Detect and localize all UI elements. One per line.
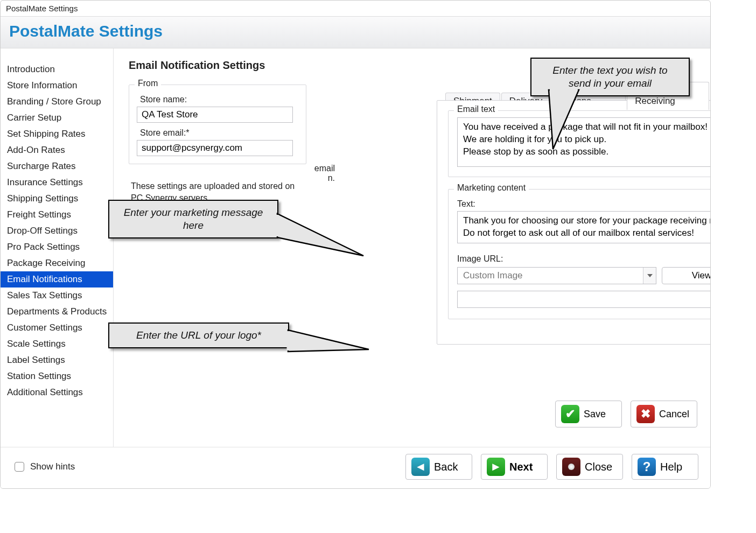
help-icon: ? <box>638 458 656 476</box>
show-hints-checkbox[interactable] <box>15 462 24 472</box>
back-label: Back <box>434 461 458 473</box>
chevron-down-icon[interactable] <box>643 268 656 284</box>
sidebar-item-carrier-setup[interactable]: Carrier Setup <box>1 110 113 126</box>
sidebar-item-insurance-settings[interactable]: Insurance Settings <box>1 174 113 191</box>
arrow-right-icon: ► <box>487 458 505 476</box>
close-label: Close <box>585 461 612 473</box>
store-name-label: Store name: <box>140 95 298 104</box>
sidebar-item-station-settings[interactable]: Station Settings <box>1 368 113 384</box>
sidebar-item-additional-settings[interactable]: Additional Settings <box>1 384 113 401</box>
close-button[interactable]: Close <box>556 454 623 480</box>
callout-email-text: Enter the text you wish to send in your … <box>530 58 690 96</box>
view-image-label: View Image <box>692 270 711 281</box>
callout-logo-url: Enter the URL of your logo* <box>108 322 289 348</box>
save-label: Save <box>584 409 606 420</box>
show-hints-toggle[interactable]: Show hints <box>12 460 75 473</box>
image-url-row: View Image <box>457 267 711 284</box>
sidebar-item-add-on-rates[interactable]: Add-On Rates <box>1 142 113 158</box>
sidebar-item-customer-settings[interactable]: Customer Settings <box>1 320 113 336</box>
marketing-text-label: Text: <box>457 199 711 209</box>
save-button[interactable]: ✔ Save <box>555 401 622 427</box>
show-hints-label: Show hints <box>30 461 75 472</box>
marketing-group: Marketing content Text: Image URL: View … <box>448 189 711 319</box>
store-name-input[interactable] <box>137 107 293 123</box>
store-email-input[interactable] <box>137 140 293 156</box>
sidebar-item-store-information[interactable]: Store Information <box>1 78 113 94</box>
cancel-label: Cancel <box>659 409 689 420</box>
arrow-left-icon: ◄ <box>411 458 430 476</box>
header-band: PostalMate Settings <box>1 16 710 48</box>
marketing-legend: Marketing content <box>454 183 529 193</box>
page-title: PostalMate Settings <box>9 22 702 40</box>
footer-nav: ◄ Back ► Next Close ? Help <box>405 454 698 480</box>
footer-bar: Show hints ◄ Back ► Next Close ? Help <box>1 447 710 488</box>
truncated-note: email n. <box>314 164 335 183</box>
callout-marketing: Enter your marketing message here <box>108 200 278 239</box>
sidebar-item-set-shipping-rates[interactable]: Set Shipping Rates <box>1 126 113 142</box>
sidebar-item-sales-tax-settings[interactable]: Sales Tax Settings <box>1 287 113 304</box>
sidebar-item-label-settings[interactable]: Label Settings <box>1 352 113 368</box>
window-title: PostalMate Settings <box>1 1 710 16</box>
store-email-label: Store email:* <box>140 128 298 138</box>
image-source-value[interactable] <box>457 267 656 284</box>
image-source-combo[interactable] <box>457 267 656 284</box>
sidebar-item-scale-settings[interactable]: Scale Settings <box>1 336 113 352</box>
email-text-legend: Email text <box>454 104 498 114</box>
marketing-text-input[interactable] <box>457 211 711 243</box>
svg-marker-0 <box>549 90 579 149</box>
check-icon: ✔ <box>561 405 579 423</box>
actions-row: ✔ Save ✖ Cancel <box>555 401 697 427</box>
image-url-input[interactable] <box>457 291 711 308</box>
svg-marker-2 <box>277 214 363 256</box>
sidebar-item-package-receiving[interactable]: Package Receiving <box>1 255 113 271</box>
sidebar-item-shipping-settings[interactable]: Shipping Settings <box>1 191 113 207</box>
image-url-label: Image URL: <box>457 254 711 264</box>
cancel-button[interactable]: ✖ Cancel <box>631 401 697 427</box>
sidebar-item-email-notifications[interactable]: Email Notifications <box>1 271 113 287</box>
x-icon: ✖ <box>636 405 655 423</box>
settings-window: PostalMate Settings PostalMate Settings … <box>0 0 711 489</box>
close-icon <box>562 458 580 476</box>
sidebar-item-freight-settings[interactable]: Freight Settings <box>1 207 113 223</box>
settings-sidebar: IntroductionStore InformationBranding / … <box>1 48 114 447</box>
help-button[interactable]: ? Help <box>632 454 698 480</box>
sidebar-item-surcharge-rates[interactable]: Surcharge Rates <box>1 158 113 174</box>
back-button[interactable]: ◄ Back <box>405 454 472 480</box>
next-label: Next <box>509 461 533 473</box>
sidebar-item-departments-products[interactable]: Departments & Products <box>1 304 113 320</box>
next-button[interactable]: ► Next <box>481 454 548 480</box>
sidebar-item-introduction[interactable]: Introduction <box>1 61 113 78</box>
from-group: From Store name: Store email:* email n. <box>129 85 306 164</box>
sidebar-item-drop-off-settings[interactable]: Drop-Off Settings <box>1 223 113 239</box>
sidebar-item-branding-store-group[interactable]: Branding / Store Group <box>1 94 113 110</box>
main-panel: Email Notification Settings From Store n… <box>114 48 710 447</box>
svg-marker-4 <box>288 330 369 352</box>
view-image-button[interactable]: View Image <box>662 267 711 284</box>
sidebar-item-pro-pack-settings[interactable]: Pro Pack Settings <box>1 239 113 255</box>
from-legend: From <box>135 79 161 88</box>
help-label: Help <box>660 461 682 473</box>
